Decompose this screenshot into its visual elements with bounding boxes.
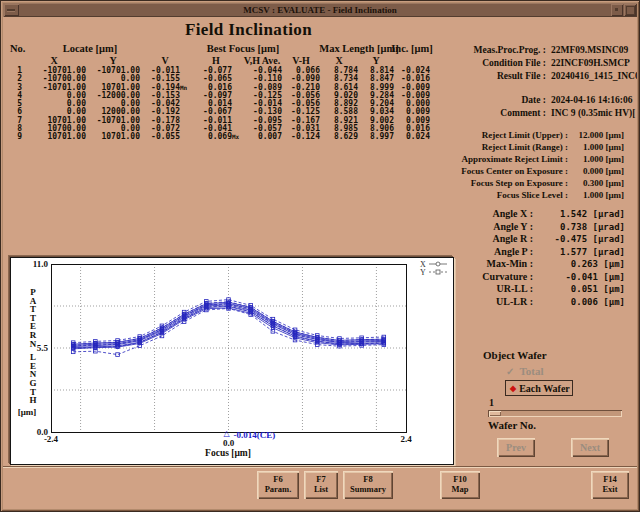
results-panel: Angle X :1.542 [μrad]Angle Y :0.738 [μra… bbox=[440, 208, 625, 308]
titlebar: MCSV : EVALUATE - Field Inclination bbox=[3, 3, 637, 17]
meta-info-panel: Date :2024-04-16 14:16:06Comment :INC 9 … bbox=[440, 94, 637, 120]
x-axis-label: Focus [μm] bbox=[178, 448, 278, 458]
fkey-button-f14[interactable]: F14Exit bbox=[591, 471, 629, 499]
col-header-inc: Inc. [μm] bbox=[390, 43, 434, 54]
limit-row: Approximate Reject Limit :1.000 [μm] bbox=[442, 153, 624, 165]
table-row: 910701.0010701.00-0.0550.069Mx0.007-0.12… bbox=[8, 133, 444, 141]
page-title: Field Inclination bbox=[0, 20, 497, 40]
result-row: Angle Y :0.738 [μrad] bbox=[440, 221, 625, 234]
total-radio[interactable]: ✓Total bbox=[506, 365, 543, 377]
result-row: Curvature :-0.041 [μm] bbox=[440, 271, 625, 284]
maximize-icon[interactable] bbox=[624, 4, 636, 16]
chart-legend: XY bbox=[420, 260, 448, 276]
fkey-button-f7[interactable]: F7List bbox=[304, 471, 338, 499]
result-row: UL-LR :0.006 [μm] bbox=[440, 296, 625, 309]
minimize-icon[interactable] bbox=[611, 4, 623, 16]
limit-row: Focus Center on Exposure :0.000 [μm] bbox=[442, 165, 624, 177]
wafer-slider-thumb[interactable] bbox=[489, 411, 501, 416]
limit-row: Focus Step on Exposure :0.300 [μm] bbox=[442, 177, 624, 189]
legend-entry-y: Y bbox=[420, 268, 448, 276]
meta-info-row: Date :2024-04-16 14:16:06 bbox=[440, 94, 637, 107]
meta-info-row: Comment :INC 9 (0.35mic HV)[ R2 bbox=[440, 107, 637, 120]
result-row: Angle P :1.577 [μrad] bbox=[440, 246, 625, 259]
each-wafer-radio-label: Each Wafer bbox=[519, 383, 570, 394]
field-inclination-table: XYVHV,H Ave.V-HXY 1-10701.00-10701.00-0.… bbox=[8, 55, 444, 142]
result-row: UR-LL :0.051 [μm] bbox=[440, 283, 625, 296]
bottom-separator bbox=[3, 466, 637, 468]
plot-area bbox=[51, 264, 407, 433]
wafer-slider-value: 1 bbox=[489, 397, 494, 408]
limit-row: Reject Limit (Range) :1.000 [μm] bbox=[442, 141, 624, 153]
y-axis-unit: [μm] bbox=[13, 407, 41, 417]
each-wafer-radio[interactable]: ◆Each Wafer bbox=[505, 380, 573, 396]
x-tick-label: -2.4 bbox=[36, 434, 66, 444]
result-row: Angle R :-0.475 [μrad] bbox=[440, 233, 625, 246]
fkey-button-f8[interactable]: F8Summary bbox=[343, 471, 393, 499]
limits-panel: Reject Limit (Upper) :12.000 [μm]Reject … bbox=[442, 129, 624, 201]
file-info-row: Meas.Proc.Prog. :22MF09.MSINC09 bbox=[440, 44, 637, 57]
wafer-slider[interactable] bbox=[488, 410, 622, 417]
focus-pattern-chart: PATTERNLENGTH [μm] Focus [μm] △ -0.014(C… bbox=[10, 257, 454, 465]
limit-row: Focus Slice Level :1.000 [μm] bbox=[442, 189, 624, 201]
col-header-no: No. bbox=[10, 43, 25, 54]
col-header-locate: Locate [μm] bbox=[40, 43, 140, 54]
file-info-panel: Meas.Proc.Prog. :22MF09.MSINC09Condition… bbox=[440, 44, 637, 83]
x-tick-label: 0.0 bbox=[214, 438, 244, 448]
fkey-button-f6[interactable]: F6Param. bbox=[257, 471, 299, 499]
fkey-button-f10[interactable]: F10Map bbox=[440, 471, 480, 499]
window-title: MCSV : EVALUATE - Field Inclination bbox=[3, 3, 637, 17]
wafer-no-label: Wafer No. bbox=[488, 419, 536, 431]
mcsv-window: MCSV : EVALUATE - Field Inclination Fiel… bbox=[0, 0, 640, 512]
object-wafer-title: Object Wafer bbox=[483, 349, 547, 361]
file-info-row: Condition File :22INCF09H.SMCP bbox=[440, 57, 637, 70]
next-button[interactable]: Next bbox=[571, 438, 609, 457]
y-tick-label: 11.0 bbox=[17, 259, 48, 269]
each-wafer-diamond-icon: ◆ bbox=[510, 384, 516, 393]
window-menu-icon[interactable] bbox=[4, 4, 19, 16]
prev-button[interactable]: Prev bbox=[497, 438, 535, 457]
y-tick-label: 5.5 bbox=[17, 343, 48, 353]
result-row: Max-Min :0.263 [μm] bbox=[440, 258, 625, 271]
file-info-row: Result File :20240416_1415_INC09F bbox=[440, 70, 637, 83]
limit-row: Reject Limit (Upper) :12.000 [μm] bbox=[442, 129, 624, 141]
total-radio-label: Total bbox=[519, 365, 543, 377]
x-tick-label: 2.4 bbox=[391, 434, 421, 444]
col-header-best-focus: Best Focus [μm] bbox=[188, 43, 298, 54]
result-row: Angle X :1.542 [μrad] bbox=[440, 208, 625, 221]
total-check-icon: ✓ bbox=[506, 366, 514, 377]
best-focus-marker-icon: △ bbox=[223, 429, 229, 438]
